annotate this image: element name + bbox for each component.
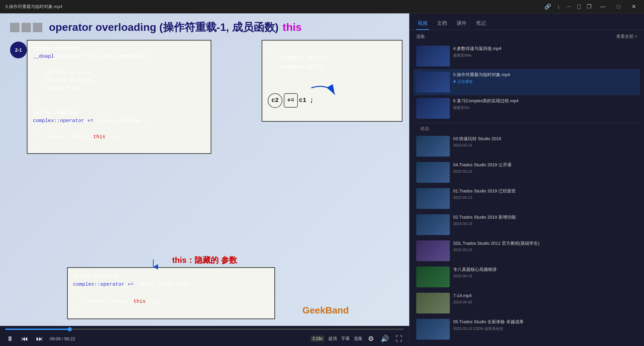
section-header: 选集 查看全部 > <box>410 30 644 43</box>
next-button[interactable]: ⏭ <box>35 334 44 344</box>
thumbnail-3 <box>416 98 450 119</box>
playlist-item-3[interactable]: 6.复习Complex类的实现过程.mp4 观看至0% <box>414 95 640 121</box>
close-button[interactable]: ✕ <box>629 3 639 10</box>
code-box-bottom: inline complex& complex::operator += (th… <box>67 267 275 320</box>
progress-fill <box>5 329 70 330</box>
item-title-10: 7-14.mp4 <box>453 293 637 299</box>
progress-bar[interactable] <box>5 329 404 330</box>
more-icon[interactable]: ⋯ <box>566 3 571 10</box>
subtitle-button[interactable]: 字幕 <box>341 336 350 342</box>
item-title-8: SDL Trados Studio 2011 官方教程(基础学生) <box>453 240 637 246</box>
playlist-item-2[interactable]: 5.操作符重载与临时对象.mp4 ▶ 正在播放 <box>414 69 640 95</box>
volume-icon[interactable]: 🔊 <box>379 333 390 344</box>
tab-docs[interactable]: 文档 <box>436 17 448 30</box>
controls-right: 2.13x 超清 字幕 选集 ⚙ 🔊 ⛶ <box>311 333 404 344</box>
time-display: 09:09 / 56:22 <box>50 336 75 341</box>
download-icon[interactable]: ↓ <box>557 4 560 10</box>
prev-button[interactable]: ⏮ <box>20 334 30 344</box>
selected-label: 选集 <box>416 34 425 40</box>
playlist-item-5[interactable]: 04.Trados Studio 2019 公开课 2023-03-13 <box>414 159 640 185</box>
thumbnail-2 <box>416 72 450 93</box>
item-meta-5: 2023-03-13 <box>453 169 637 173</box>
cast-icon[interactable]: ⎕ <box>577 4 581 10</box>
item-title-2: 5.操作符重载与临时对象.mp4 <box>453 72 637 78</box>
pip-icon[interactable]: ❐ <box>587 3 591 10</box>
this-hidden-param-label: this：隐藏的 参数 <box>172 255 237 266</box>
playlist-item-7[interactable]: 02.Trados Studio 2019 新增功能 2023-03-13 <box>414 212 640 238</box>
playlist-item-6[interactable]: 01.Trados Studio 2019 已经面世 2023-03-13 <box>414 185 640 212</box>
item-title-1: 4.参数传递与返回值.mp4 <box>453 46 637 52</box>
thumbnail-6 <box>416 188 450 209</box>
code-box-right: { complex c1(2,1); complex c2(5); <box>262 40 402 122</box>
item-title-9: 专八真题核心高频精讲 <box>453 267 637 273</box>
item-title-3: 6.复习Complex类的实现过程.mp4 <box>453 98 637 104</box>
playlist-item-4[interactable]: 03.快速玩转 Studio 2019 2023-03-13 <box>414 133 640 159</box>
fullscreen-button[interactable]: ⛶ <box>394 334 404 344</box>
settings-icon[interactable]: ⚙ <box>367 333 375 344</box>
section-divider-selected: 精选 <box>414 123 640 133</box>
item-meta-7: 2023-03-13 <box>453 222 637 226</box>
window-title: 5.操作符重载与临时对象.mp4 <box>5 4 62 10</box>
watermark: GeekBand <box>303 305 349 316</box>
quality-button[interactable]: 超清 <box>328 336 337 342</box>
item-title-6: 01.Trados Studio 2019 已经面世 <box>453 188 637 194</box>
slide-header: operator overloading (操作符重载-1, 成员函数)this <box>0 13 409 38</box>
arrow-annotation <box>268 81 375 108</box>
speed-badge[interactable]: 2.13x <box>311 336 324 342</box>
item-title-11: 05.Trados Studio 全新体验 卓越成果 <box>453 319 637 325</box>
item-info-6: 01.Trados Studio 2019 已经面世 2023-03-13 <box>453 188 637 199</box>
tab-notes[interactable]: 笔记 <box>475 17 487 30</box>
slide-squares <box>10 23 42 32</box>
playlist-item-1[interactable]: 4.参数传递与返回值.mp4 观看至99% <box>414 43 640 69</box>
minimize-button[interactable]: — <box>597 3 608 10</box>
titlebar-controls: 🔗 ↓ ⋯ ⎕ ❐ — □ ✕ <box>544 3 639 10</box>
item-info-11: 05.Trados Studio 全新体验 卓越成果 2023-03-13 CS… <box>453 319 637 331</box>
right-tabs: 视频 文档 课件 笔记 <box>410 13 644 30</box>
item-title-7: 02.Trados Studio 2019 新增功能 <box>453 214 637 220</box>
video-area: operator overloading (操作符重载-1, 成员函数)this… <box>0 13 409 346</box>
maximize-button[interactable]: □ <box>614 3 623 10</box>
item-meta-3: 观看至0% <box>453 105 637 110</box>
controls-row: ⏸ ⏮ ⏭ 09:09 / 56:22 2.13x 超清 字幕 选集 ⚙ 🔊 <box>5 331 404 346</box>
tab-video[interactable]: 视频 <box>416 17 429 30</box>
item-meta-11: 2023-03-13 CSDN @联系丝信 <box>453 326 637 331</box>
slide-body: 2-1 inline complex& __doapl(complex* ths… <box>0 38 409 326</box>
slide-square-1 <box>10 23 19 32</box>
playlist-item-11[interactable]: 05.Trados Studio 全新体验 卓越成果 2023-03-13 CS… <box>414 316 640 342</box>
thumbnail-8 <box>416 240 450 261</box>
item-info-7: 02.Trados Studio 2019 新增功能 2023-03-13 <box>453 214 637 226</box>
slide-title: operator overloading (操作符重载-1, 成员函数)this <box>49 20 302 35</box>
thumbnail-5 <box>416 162 450 183</box>
main-layout: operator overloading (操作符重载-1, 成员函数)this… <box>0 13 644 346</box>
controls-left: ⏸ ⏮ ⏭ 09:09 / 56:22 <box>5 334 75 344</box>
thumbnail-4 <box>416 136 450 157</box>
view-all-link[interactable]: 查看全部 > <box>616 34 637 40</box>
playlist-item-10[interactable]: 7-14.mp4 2023-04-20 <box>414 290 640 316</box>
item-meta-4: 2023-03-13 <box>453 143 637 147</box>
thumbnail-7 <box>416 214 450 235</box>
slide-content: operator overloading (操作符重载-1, 成员函数)this… <box>0 13 409 326</box>
tab-courseware[interactable]: 课件 <box>455 17 468 30</box>
item-info-9: 专八真题核心高频精讲 2023-04-19 <box>453 267 637 278</box>
slide-square-3 <box>33 23 42 32</box>
select-button[interactable]: 选集 <box>354 336 363 342</box>
playlist-item-9[interactable]: 专八真题核心高频精讲 2023-04-19 <box>414 264 640 290</box>
badge-2-1: 2-1 <box>10 42 27 58</box>
item-meta-6: 2023-03-13 <box>453 195 637 199</box>
item-title-5: 04.Trados Studio 2019 公开课 <box>453 162 637 168</box>
item-info-1: 4.参数传递与返回值.mp4 观看至99% <box>453 46 637 58</box>
share-icon[interactable]: 🔗 <box>544 3 551 10</box>
slide-title-this: this <box>282 21 302 33</box>
thumbnail-9 <box>416 267 450 287</box>
item-info-3: 6.复习Complex类的实现过程.mp4 观看至0% <box>453 98 637 110</box>
item-meta-10: 2023-04-20 <box>453 300 637 304</box>
thumbnail-1 <box>416 46 450 66</box>
item-info-5: 04.Trados Studio 2019 公开课 2023-03-13 <box>453 162 637 173</box>
thumbnail-10 <box>416 293 450 313</box>
play-pause-button[interactable]: ⏸ <box>5 334 15 344</box>
playlist[interactable]: 4.参数传递与返回值.mp4 观看至99% 5.操作符重载与临时对象.mp4 ▶… <box>410 43 644 346</box>
playlist-item-8[interactable]: SDL Trados Studio 2011 官方教程(基础学生) 2023-0… <box>414 238 640 264</box>
item-title-4: 03.快速玩转 Studio 2019 <box>453 136 637 142</box>
slide-square-2 <box>21 23 31 32</box>
video-player[interactable]: operator overloading (操作符重载-1, 成员函数)this… <box>0 13 409 326</box>
